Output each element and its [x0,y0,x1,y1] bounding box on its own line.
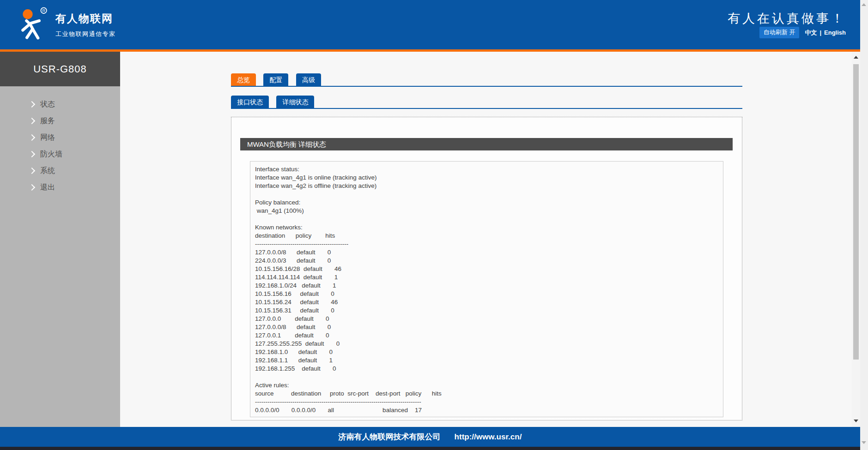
sidebar: USR-G808 状态 服务 网络 防火墙 系统 [0,52,120,427]
scroll-up-arrow-icon[interactable] [862,3,866,6]
sidebar-item-services[interactable]: 服务 [0,113,120,129]
footer-url-link[interactable]: http://www.usr.cn/ [455,432,522,442]
sidebar-item-label: 防火墙 [40,150,62,159]
header-slogan: 有人在认真做事！ [728,10,846,27]
device-model: USR-G808 [0,52,120,86]
scroll-down-arrow-icon[interactable] [854,420,858,422]
chevron-right-icon [29,134,35,141]
sidebar-item-label: 系统 [40,166,55,176]
chevron-right-icon [29,101,35,108]
sidebar-item-status[interactable]: 状态 [0,96,120,113]
primary-tab-row: 总览 配置 高级 [231,73,327,87]
auto-refresh-toggle[interactable]: 自动刷新 开 [759,27,800,38]
lang-zh-link[interactable]: 中文 [805,29,817,37]
sidebar-item-logout[interactable]: 退出 [0,179,120,196]
scroll-up-arrow-icon[interactable] [854,56,858,59]
chevron-right-icon [29,118,35,124]
content-panel: MWAN负载均衡 详细状态 Interface status: Interfac… [231,117,742,420]
sidebar-item-label: 退出 [40,183,55,192]
tab-overview[interactable]: 总览 [231,73,256,87]
sidebar-nav: 状态 服务 网络 防火墙 系统 退出 [0,86,120,196]
primary-tab-underline [231,86,742,87]
chevron-right-icon [29,168,35,174]
panel-title: MWAN负载均衡 详细状态 [240,138,733,150]
app-header: R 有人物联网 工业物联网通信专家 有人在认真做事！ 自动刷新 开 中文 | E… [0,0,860,49]
secondary-tab-underline [231,108,742,109]
sidebar-item-network[interactable]: 网络 [0,129,120,146]
mwan-status-text: Interface status: Interface wan_4g1 is o… [250,162,723,417]
chevron-right-icon [29,151,35,157]
window-bottom-edge [0,447,868,450]
app-footer: 济南有人物联网技术有限公司 http://www.usr.cn/ [0,427,860,447]
sidebar-item-label: 网络 [40,133,55,143]
header-controls: 自动刷新 开 中文 | English [759,27,846,38]
brand-title: 有人物联网 [55,12,116,26]
brand-logo[interactable]: R 有人物联网 工业物联网通信专家 [13,6,116,43]
secondary-tab-row: 接口状态 详细状态 [231,96,320,109]
usr-runner-logo-icon: R [13,6,50,43]
svg-text:R: R [42,8,45,13]
sidebar-item-label: 服务 [40,116,55,126]
brand-subtitle: 工业物联网通信专家 [55,30,116,38]
lang-divider: | [819,29,821,36]
lang-en-link[interactable]: English [824,29,846,36]
page-scrollbar-track[interactable] [860,0,868,450]
content-scrollbar-thumb[interactable] [853,64,859,360]
tab-config[interactable]: 配置 [263,73,288,87]
page: R 有人物联网 工业物联网通信专家 有人在认真做事！ 自动刷新 开 中文 | E… [0,0,868,450]
sidebar-item-system[interactable]: 系统 [0,162,120,179]
chevron-right-icon [29,184,35,191]
subtab-interface-status[interactable]: 接口状态 [231,96,269,109]
sidebar-item-label: 状态 [40,100,55,109]
tab-advanced[interactable]: 高级 [296,73,321,87]
scroll-down-arrow-icon[interactable] [862,441,866,444]
sidebar-item-firewall[interactable]: 防火墙 [0,146,120,162]
content-scrollbar-track[interactable] [852,52,860,427]
footer-company: 济南有人物联网技术有限公司 [339,432,441,442]
mwan-status-box: Interface status: Interface wan_4g1 is o… [250,161,723,417]
brand-text: 有人物联网 工业物联网通信专家 [55,6,116,43]
accent-bar [0,49,860,52]
subtab-detail-status[interactable]: 详细状态 [276,96,314,109]
